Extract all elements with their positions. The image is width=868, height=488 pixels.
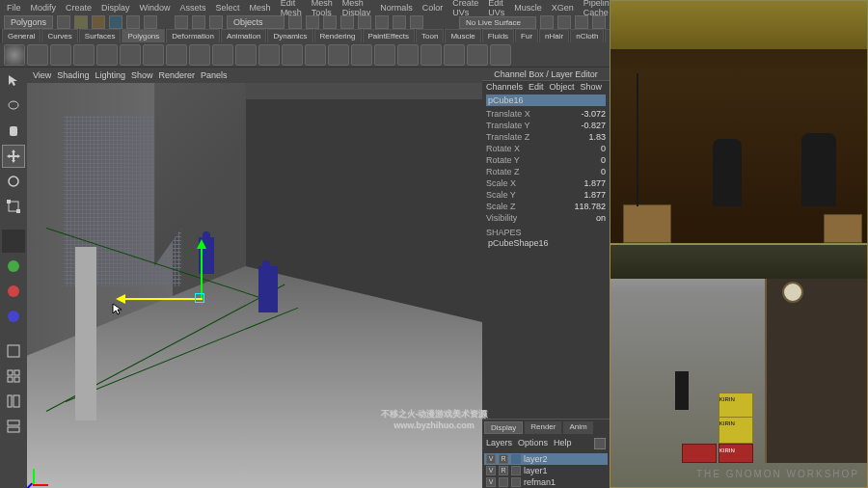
pipe-icon[interactable] <box>189 44 210 66</box>
shelf-tab-surfaces[interactable]: Surfaces <box>79 29 122 42</box>
soft-select-icon[interactable] <box>2 255 25 278</box>
ch-tab-channels[interactable]: Channels <box>486 82 523 92</box>
select-tool-icon[interactable] <box>2 69 25 93</box>
menu-color[interactable]: Color <box>420 3 447 13</box>
insert-loop-icon[interactable] <box>420 44 442 66</box>
redo-icon[interactable] <box>144 15 157 29</box>
snap-curve-icon[interactable] <box>358 15 371 29</box>
script-editor-icon[interactable] <box>2 465 25 488</box>
layer-visibility-toggle[interactable]: V <box>486 454 496 464</box>
four-view-icon[interactable] <box>2 365 25 388</box>
shelf-tab-nhair[interactable]: nHair <box>539 29 569 42</box>
shape-name[interactable]: pCubeShape16 <box>486 237 606 249</box>
move-tool-icon[interactable] <box>2 145 25 168</box>
cube-icon[interactable] <box>27 44 48 66</box>
gizmo-y-arrow-icon[interactable] <box>197 239 206 249</box>
lasso-icon[interactable] <box>192 15 205 29</box>
type-icon[interactable] <box>282 44 303 66</box>
layer-row[interactable]: V R layer1 <box>484 465 608 476</box>
vp-show[interactable]: Show <box>131 70 153 80</box>
paint-tool-icon[interactable] <box>2 120 25 143</box>
layer-menu-options[interactable]: Options <box>518 438 548 449</box>
multicut-icon[interactable] <box>444 44 465 66</box>
attr-translate-y[interactable]: -0.827 <box>581 121 606 130</box>
attr-scale-z[interactable]: 118.782 <box>574 202 606 211</box>
mask-icon-2[interactable] <box>306 15 319 29</box>
hypershade-icon[interactable] <box>2 440 25 463</box>
menu-muscle[interactable]: Muscle <box>511 3 545 13</box>
shelf-tab-dynamics[interactable]: Dynamics <box>267 29 312 42</box>
torus-icon[interactable] <box>120 44 141 66</box>
layer-menu-layers[interactable]: Layers <box>486 438 512 449</box>
single-view-icon[interactable] <box>2 339 25 363</box>
bridge-icon[interactable] <box>374 44 395 66</box>
pyramid-icon[interactable] <box>166 44 187 66</box>
menu-create[interactable]: Create <box>63 3 95 13</box>
attr-rotate-x[interactable]: 0 <box>601 144 606 153</box>
scale-tool-icon[interactable] <box>2 195 25 218</box>
shelf-tab-muscle[interactable]: Muscle <box>445 29 480 42</box>
layer-menu-help[interactable]: Help <box>554 438 572 449</box>
layer-tab-render[interactable]: Render <box>525 421 561 434</box>
sculpt-icon[interactable] <box>490 44 511 66</box>
vp-view[interactable]: View <box>33 70 51 80</box>
extrude-icon[interactable] <box>351 44 372 66</box>
shelf-tab-ncloth[interactable]: nCloth <box>570 29 604 42</box>
menu-assets[interactable]: Assets <box>177 3 209 13</box>
status-btn[interactable] <box>57 15 70 29</box>
new-scene-icon[interactable] <box>74 15 88 29</box>
attr-translate-z[interactable]: 1.83 <box>588 132 606 142</box>
gizmo-x-axis[interactable] <box>123 298 203 300</box>
attr-visibility[interactable]: on <box>596 213 606 223</box>
shelf-tab-general[interactable]: General <box>2 29 41 42</box>
vp-renderer[interactable]: Renderer <box>158 70 195 80</box>
layer-row[interactable]: V refman1 <box>484 476 608 488</box>
soccer-icon[interactable] <box>235 44 257 66</box>
shelf-tab-toon[interactable]: Toon <box>416 29 444 42</box>
ipr-icon[interactable] <box>575 15 588 29</box>
render-settings-icon[interactable] <box>592 15 606 29</box>
layer-color-swatch[interactable] <box>511 477 521 487</box>
snap-point-icon[interactable] <box>375 15 389 29</box>
object-name[interactable]: pCube16 <box>486 95 606 106</box>
outliner-view-icon[interactable] <box>2 390 25 413</box>
plane-icon[interactable] <box>96 44 118 66</box>
rotate-tool-icon[interactable] <box>2 170 25 193</box>
mask-icon-3[interactable] <box>323 15 337 29</box>
bevel-icon[interactable] <box>397 44 419 66</box>
open-scene-icon[interactable] <box>92 15 105 29</box>
shelf-tab-animation[interactable]: Animation <box>221 29 267 42</box>
snap-live-icon[interactable] <box>410 15 423 29</box>
menu-window[interactable]: Window <box>137 3 174 13</box>
helix-icon[interactable] <box>212 44 233 66</box>
menu-normals[interactable]: Normals <box>377 3 416 13</box>
gizmo-y-axis[interactable] <box>201 247 203 300</box>
attr-rotate-y[interactable]: 0 <box>601 155 606 165</box>
sphere-icon[interactable] <box>4 44 25 66</box>
vp-shading[interactable]: Shading <box>57 70 89 80</box>
select-mode-icon[interactable] <box>175 15 188 29</box>
selection-mask-dropdown[interactable]: Objects <box>227 15 285 29</box>
layer-tab-anim[interactable]: Anim <box>563 421 592 434</box>
prism-icon[interactable] <box>143 44 164 66</box>
persp-graph-icon[interactable] <box>2 415 25 438</box>
construction-history-icon[interactable] <box>540 15 554 29</box>
lasso-tool-icon[interactable] <box>2 95 25 118</box>
undo-icon[interactable] <box>126 15 140 29</box>
menu-display[interactable]: Display <box>98 3 133 13</box>
symmetry-icon[interactable] <box>2 280 25 303</box>
menu-xgen[interactable]: XGen <box>549 3 577 13</box>
render-icon[interactable] <box>557 15 571 29</box>
create-layer-icon[interactable] <box>594 438 606 449</box>
separate-icon[interactable] <box>328 44 349 66</box>
vp-panels[interactable]: Panels <box>201 70 228 80</box>
layer-type-toggle[interactable] <box>499 477 508 487</box>
menu-file[interactable]: File <box>4 3 24 13</box>
combine-icon[interactable] <box>305 44 326 66</box>
layer-color-swatch[interactable] <box>511 454 521 464</box>
shelf-tab-fur[interactable]: Fur <box>515 29 538 42</box>
shelf-tab-curves[interactable]: Curves <box>41 29 77 42</box>
layer-name[interactable]: layer2 <box>524 454 548 464</box>
layer-tab-display[interactable]: Display <box>484 421 523 434</box>
attr-scale-x[interactable]: 1.877 <box>583 178 606 188</box>
